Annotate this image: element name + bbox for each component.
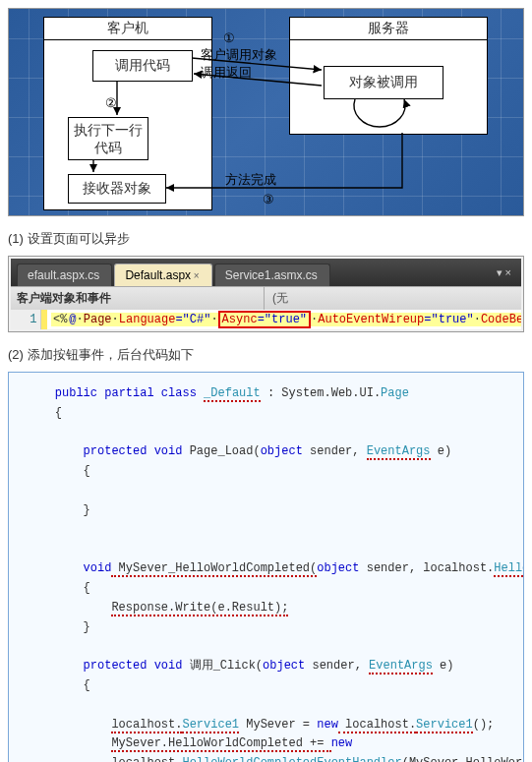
pct-open: <% — [51, 313, 69, 326]
async-v: "true" — [265, 313, 307, 326]
code-block: public partial class _Default : System.W… — [8, 372, 524, 762]
dot5: · — [474, 313, 481, 326]
ide-screenshot: efault.aspx.cs Default.aspx Service1.asm… — [8, 256, 524, 332]
dropdown-left[interactable]: 客户端对象和事件 — [11, 287, 265, 310]
page-kw: Page — [84, 313, 112, 326]
dropdown-right[interactable]: (无 — [265, 287, 521, 310]
auto-v: "true" — [431, 313, 473, 326]
auto-k: AutoEventWireup — [318, 313, 424, 326]
directive-code: <%@·Page·Language="C#"·Async="true"·Auto… — [47, 310, 521, 329]
tab-overflow-icon[interactable]: ▾ × — [493, 266, 515, 279]
cb-k: CodeBehind — [481, 313, 521, 326]
dot2: · — [112, 313, 119, 326]
dropdown-bar: 客户端对象和事件 (无 — [11, 286, 521, 310]
lang-v: "C#" — [183, 313, 211, 326]
diagram-arrows — [9, 9, 510, 215]
tab-strip: efault.aspx.cs Default.aspx Service1.asm… — [11, 259, 521, 286]
step2-text: (2) 添加按钮事件，后台代码如下 — [8, 346, 524, 364]
code-pre: public partial class _Default : System.W… — [27, 384, 505, 762]
dot3: · — [210, 313, 217, 326]
lang-k: Language — [119, 313, 176, 326]
async-k: Async — [222, 313, 258, 326]
tab-default-cs[interactable]: efault.aspx.cs — [17, 264, 112, 286]
dot1: · — [77, 313, 84, 326]
svg-line-0 — [192, 58, 322, 70]
tab-service1[interactable]: Service1.asmx.cs — [214, 264, 330, 286]
svg-line-1 — [194, 74, 322, 86]
tab-default-aspx[interactable]: Default.aspx — [114, 264, 211, 286]
code-line: 1 <%@·Page·Language="C#"·Async="true"·Au… — [11, 310, 521, 329]
step1-text: (1) 设置页面可以异步 — [8, 230, 524, 248]
line-number: 1 — [11, 310, 41, 329]
at: @ — [69, 313, 76, 326]
async-call-diagram: 客户机 服务器 调用代码 执行下一行 代码 接收器对象 对象被调用 客户调用对象… — [8, 8, 524, 216]
